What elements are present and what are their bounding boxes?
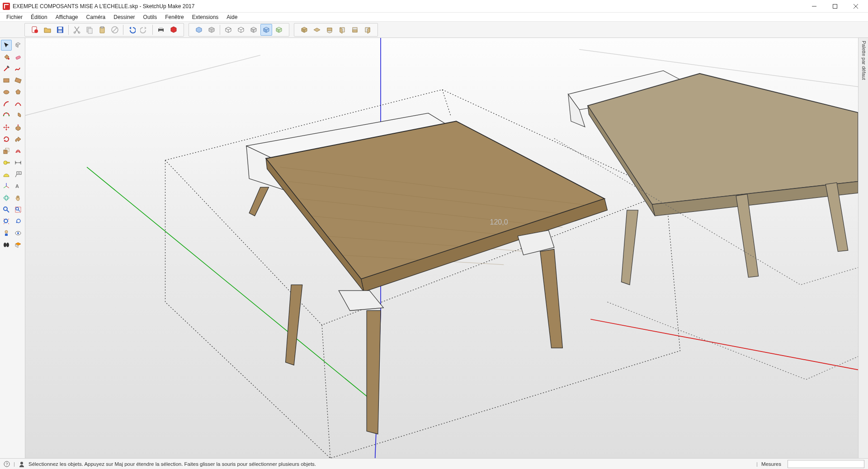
user-icon[interactable] [19, 461, 25, 467]
protractor-icon[interactable] [1, 169, 12, 180]
delete-icon[interactable] [109, 24, 121, 36]
walk-icon[interactable] [1, 239, 12, 250]
svg-point-54 [4, 219, 8, 223]
maximize-button[interactable] [825, 0, 845, 13]
front-icon[interactable] [324, 24, 335, 36]
left-icon[interactable] [362, 24, 373, 36]
move-icon[interactable] [1, 122, 12, 133]
position-camera-icon[interactable] [1, 228, 12, 239]
scale-icon[interactable] [1, 145, 12, 156]
make-component-icon[interactable] [13, 40, 24, 51]
arc-icon[interactable] [1, 98, 12, 109]
help-icon[interactable]: ? [4, 461, 10, 467]
svg-text:?: ? [6, 462, 8, 466]
viewport-3d[interactable]: 120,0 [25, 38, 858, 458]
section-plane-icon[interactable] [13, 239, 24, 250]
axes-icon[interactable] [1, 181, 12, 192]
toolbar-group-file [24, 23, 184, 37]
three-d-text-icon[interactable]: A [13, 181, 24, 192]
menu-edition[interactable]: Édition [27, 13, 51, 21]
menu-fenetre[interactable]: Fenêtre [161, 13, 187, 21]
menu-extensions[interactable]: Extensions [189, 13, 222, 21]
text-label-icon[interactable]: A1 [13, 169, 24, 180]
pan-icon[interactable] [13, 192, 24, 203]
shaded-textures-icon[interactable] [260, 24, 272, 36]
select-tool-icon[interactable] [1, 40, 12, 51]
paint-bucket-icon[interactable] [1, 52, 12, 62]
eraser-icon[interactable] [13, 52, 24, 62]
menu-camera[interactable]: Caméra [83, 13, 109, 21]
svg-point-27 [4, 90, 9, 94]
axis-red [590, 319, 858, 370]
xray-icon[interactable] [193, 24, 205, 36]
look-around-icon[interactable] [13, 228, 24, 239]
menu-affichage[interactable]: Affichage [52, 13, 82, 21]
svg-point-60 [6, 243, 9, 247]
window-title: EXEMPLE COMPOSANTS MISE A L'ECHELLE.skp … [13, 3, 194, 9]
svg-line-61 [25, 55, 260, 115]
offset-icon[interactable] [13, 145, 24, 156]
svg-rect-7 [58, 27, 62, 29]
menubar: Fichier Édition Affichage Caméra Dessine… [0, 13, 868, 22]
measure-input[interactable] [788, 460, 864, 468]
zoom-window-icon[interactable] [13, 204, 24, 215]
rectangle-icon[interactable] [1, 75, 12, 86]
wireframe-icon[interactable] [222, 24, 234, 36]
right-icon[interactable] [336, 24, 348, 36]
tape-measure-icon[interactable] [1, 157, 12, 168]
top-icon[interactable] [311, 24, 323, 36]
followme-icon[interactable] [13, 134, 24, 145]
two-point-arc-icon[interactable] [13, 98, 24, 109]
hidden-line-icon[interactable] [235, 24, 247, 36]
open-icon[interactable] [42, 24, 53, 36]
minimize-button[interactable] [804, 0, 825, 13]
previous-view-icon[interactable] [13, 216, 24, 227]
circle-icon[interactable] [1, 87, 12, 98]
statusbar: ? | Sélectionnez les objets. Appuyez sur… [0, 458, 868, 469]
menu-outils[interactable]: Outils [140, 13, 161, 21]
model-info-icon[interactable] [168, 24, 179, 36]
shaded-icon[interactable] [248, 24, 259, 36]
menu-fichier[interactable]: Fichier [3, 13, 26, 21]
svg-text:A1: A1 [18, 172, 20, 174]
polygon-icon[interactable] [13, 87, 24, 98]
back-icon[interactable] [349, 24, 361, 36]
undo-icon[interactable] [126, 24, 137, 36]
dimension-icon[interactable] [13, 157, 24, 168]
svg-marker-75 [339, 291, 383, 310]
cut-icon[interactable] [71, 24, 83, 36]
paste-icon[interactable] [96, 24, 108, 36]
rotate-icon[interactable] [1, 134, 12, 145]
svg-point-28 [3, 115, 5, 117]
right-tray[interactable]: Palette par défaut [858, 38, 868, 458]
svg-rect-14 [101, 27, 104, 28]
menu-aide[interactable]: Aide [223, 13, 241, 21]
copy-icon[interactable] [84, 24, 95, 36]
freehand-icon[interactable] [13, 63, 24, 74]
tool-palette: A1 A [0, 38, 25, 458]
orbit-icon[interactable] [1, 192, 12, 203]
svg-rect-19 [159, 31, 163, 33]
svg-rect-12 [88, 28, 92, 33]
redo-icon[interactable] [138, 24, 150, 36]
app-icon [3, 3, 10, 10]
close-button[interactable] [845, 0, 866, 13]
monochrome-icon[interactable] [273, 24, 285, 36]
measure-label: Mesures [761, 461, 781, 467]
table-textured [246, 113, 607, 434]
print-icon[interactable] [155, 24, 167, 36]
new-from-template-icon[interactable] [29, 24, 41, 36]
svg-line-45 [4, 186, 6, 188]
line-icon[interactable] [1, 63, 12, 74]
rotated-rectangle-icon[interactable] [13, 75, 24, 86]
pushpull-icon[interactable] [13, 122, 24, 133]
zoom-extents-icon[interactable] [1, 216, 12, 227]
three-point-arc-icon[interactable] [1, 110, 12, 121]
zoom-icon[interactable] [1, 204, 12, 215]
pie-icon[interactable] [13, 110, 24, 121]
menu-dessiner[interactable]: Dessiner [110, 13, 138, 21]
save-icon[interactable] [54, 24, 66, 36]
iso-icon[interactable] [298, 24, 310, 36]
back-edges-icon[interactable] [206, 24, 217, 36]
svg-marker-80 [249, 187, 269, 216]
